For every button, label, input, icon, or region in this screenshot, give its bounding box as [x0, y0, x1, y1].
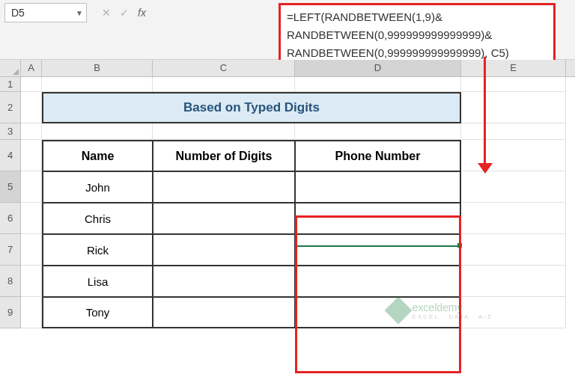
col-header-D[interactable]: D [295, 60, 461, 76]
formula-line-2: RANDBETWEEN(0,999999999999999)& [287, 26, 547, 44]
cell-E7[interactable] [461, 234, 566, 266]
cell-D5[interactable] [295, 171, 461, 203]
cell-C7[interactable] [153, 234, 295, 266]
cell-C3[interactable] [153, 123, 295, 140]
cell-B8[interactable]: Lisa [42, 266, 153, 297]
cell-A9[interactable] [21, 297, 42, 328]
spreadsheet: A B C D E 1 2 Based on Typed Digits 3 [0, 60, 575, 328]
column-headers: A B C D E [0, 60, 575, 77]
cancel-icon[interactable]: ✕ [102, 7, 111, 19]
cell-D7[interactable] [295, 234, 461, 266]
cell-B7[interactable]: Rick [42, 234, 153, 266]
cell-A5[interactable] [21, 171, 42, 203]
row-header-7[interactable]: 7 [0, 234, 21, 266]
header-name[interactable]: Name [42, 140, 153, 171]
cell-C8[interactable] [153, 266, 295, 297]
col-header-A[interactable]: A [21, 60, 42, 76]
cell-A2[interactable] [21, 92, 42, 123]
chevron-down-icon[interactable]: ▼ [76, 9, 83, 17]
col-header-B[interactable]: B [42, 60, 153, 76]
cell-D1[interactable] [295, 77, 461, 92]
formula-line-1: =LEFT(RANDBETWEEN(1,9)& [287, 8, 547, 26]
annotation-arrow-head [478, 163, 493, 174]
cell-B9[interactable]: Tony [42, 297, 153, 328]
cell-B3[interactable] [42, 123, 153, 140]
title-cell[interactable]: Based on Typed Digits [42, 92, 461, 123]
cell-B5[interactable]: John [42, 171, 153, 203]
col-header-C[interactable]: C [153, 60, 295, 76]
formula-bar[interactable]: =LEFT(RANDBETWEEN(1,9)& RANDBETWEEN(0,99… [279, 3, 556, 67]
cell-D6[interactable] [295, 203, 461, 234]
row-header-8[interactable]: 8 [0, 266, 21, 297]
cell-E6[interactable] [461, 203, 566, 234]
cell-A7[interactable] [21, 234, 42, 266]
name-box[interactable]: D5 ▼ [4, 3, 87, 22]
col-header-E[interactable]: E [461, 60, 566, 76]
cell-A6[interactable] [21, 203, 42, 234]
row-7: 7 Rick [0, 234, 575, 266]
select-all-button[interactable] [0, 60, 21, 76]
name-box-value: D5 [11, 7, 25, 19]
cell-C9[interactable] [153, 297, 295, 328]
formula-bar-area: D5 ▼ ✕ ✓ fx =LEFT(RANDBETWEEN(1,9)& RAND… [0, 0, 575, 60]
cell-E1[interactable] [461, 77, 566, 92]
check-icon[interactable]: ✓ [120, 7, 129, 19]
formula-controls: ✕ ✓ fx [102, 3, 146, 22]
row-1: 1 [0, 77, 575, 92]
cell-E3[interactable] [461, 123, 566, 140]
row-2: 2 Based on Typed Digits [0, 92, 575, 123]
row-header-3[interactable]: 3 [0, 123, 21, 140]
cell-B6[interactable]: Chris [42, 203, 153, 234]
cell-B1[interactable] [42, 77, 153, 92]
watermark: exceldemy EXCEL · DATA · A-Z [389, 301, 493, 320]
cell-E2[interactable] [461, 92, 566, 123]
watermark-brand: exceldemy [413, 301, 493, 313]
row-8: 8 Lisa [0, 266, 575, 297]
row-3: 3 [0, 123, 575, 140]
fx-icon[interactable]: fx [138, 7, 146, 19]
header-phone[interactable]: Phone Number [295, 140, 461, 171]
row-header-1[interactable]: 1 [0, 77, 21, 92]
cell-E8[interactable] [461, 266, 566, 297]
row-header-6[interactable]: 6 [0, 203, 21, 234]
cell-C6[interactable] [153, 203, 295, 234]
grid-rows: 1 2 Based on Typed Digits 3 4 Name Numbe [0, 77, 575, 328]
cell-A8[interactable] [21, 266, 42, 297]
cell-D8[interactable] [295, 266, 461, 297]
cell-C5[interactable] [153, 171, 295, 203]
cell-A4[interactable] [21, 140, 42, 171]
watermark-icon [384, 297, 412, 325]
row-6: 6 Chris [0, 203, 575, 234]
cell-A1[interactable] [21, 77, 42, 92]
annotation-arrow-line [484, 57, 486, 166]
row-header-5[interactable]: 5 [0, 171, 21, 203]
cell-C1[interactable] [153, 77, 295, 92]
cell-D3[interactable] [295, 123, 461, 140]
cell-A3[interactable] [21, 123, 42, 140]
row-header-4[interactable]: 4 [0, 140, 21, 171]
row-header-9[interactable]: 9 [0, 297, 21, 328]
watermark-tagline: EXCEL · DATA · A-Z [413, 313, 493, 320]
cell-E5[interactable] [461, 171, 566, 203]
row-header-2[interactable]: 2 [0, 92, 21, 123]
header-digits[interactable]: Number of Digits [153, 140, 295, 171]
row-5: 5 John [0, 171, 575, 203]
cell-E4[interactable] [461, 140, 566, 171]
